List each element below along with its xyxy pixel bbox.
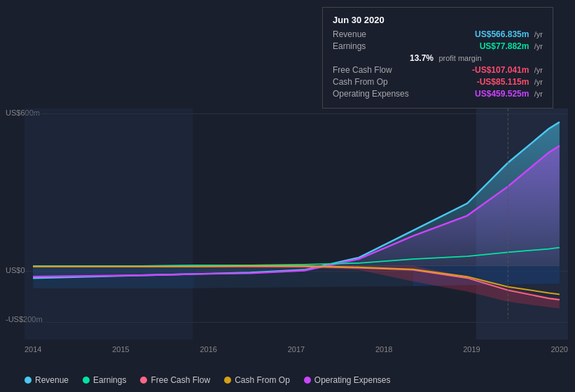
tooltip-cashfromop-row: Cash From Op -US$85.115m /yr	[333, 77, 543, 87]
legend-dot-opexpenses	[304, 377, 311, 384]
earnings-unit: /yr	[534, 42, 543, 50]
x-label-2017: 2017	[288, 345, 305, 354]
tooltip-revenue-row: Revenue US$566.835m /yr	[333, 29, 543, 39]
profit-margin-row: 13.7% profit margin	[410, 53, 543, 63]
legend-dot-cashfromop	[224, 377, 231, 384]
legend-item-opexpenses[interactable]: Operating Expenses	[304, 375, 391, 385]
earnings-value: US$77.882m	[480, 41, 529, 51]
legend-dot-earnings	[83, 377, 90, 384]
free-cash-value: -US$107.041m	[472, 65, 529, 75]
cash-from-op-unit: /yr	[534, 78, 543, 86]
chart-container: Jun 30 2020 Revenue US$566.835m /yr Earn…	[0, 0, 575, 392]
x-label-2016: 2016	[200, 345, 217, 354]
cash-from-op-value: -US$85.115m	[477, 77, 529, 87]
x-label-2018: 2018	[375, 345, 392, 354]
legend-item-earnings[interactable]: Earnings	[83, 375, 126, 385]
legend-item-revenue[interactable]: Revenue	[25, 375, 69, 385]
y-axis-middle: US$0	[6, 266, 25, 274]
legend-label-opexpenses: Operating Expenses	[314, 375, 391, 385]
tooltip-freecash-row: Free Cash Flow -US$107.041m /yr	[333, 65, 543, 75]
free-cash-label: Free Cash Flow	[333, 65, 410, 75]
tooltip-opexpenses-row: Operating Expenses US$459.525m /yr	[333, 89, 543, 99]
x-label-2014: 2014	[25, 345, 41, 354]
legend-label-revenue: Revenue	[35, 375, 69, 385]
earnings-label: Earnings	[333, 41, 410, 51]
revenue-unit: /yr	[534, 30, 543, 38]
op-expenses-label: Operating Expenses	[333, 89, 410, 99]
cash-from-op-label: Cash From Op	[333, 77, 410, 87]
legend-label-earnings: Earnings	[93, 375, 126, 385]
profit-margin-label: profit margin	[438, 54, 481, 62]
chart-svg	[25, 108, 568, 326]
revenue-label: Revenue	[333, 29, 410, 39]
x-label-2019: 2019	[463, 345, 480, 354]
op-expenses-value: US$459.525m	[475, 89, 529, 99]
free-cash-unit: /yr	[534, 66, 543, 74]
x-label-2015: 2015	[112, 345, 129, 354]
tooltip-earnings-row: Earnings US$77.882m /yr	[333, 41, 543, 51]
legend-dot-freecash	[140, 377, 147, 384]
chart-legend: Revenue Earnings Free Cash Flow Cash Fro…	[25, 375, 391, 385]
tooltip-date: Jun 30 2020	[333, 15, 543, 25]
revenue-value: US$566.835m	[475, 29, 529, 39]
op-expenses-unit: /yr	[534, 90, 543, 98]
legend-label-freecash: Free Cash Flow	[151, 375, 210, 385]
legend-dot-revenue	[25, 377, 32, 384]
legend-item-freecash[interactable]: Free Cash Flow	[140, 375, 210, 385]
x-axis: 2014 2015 2016 2017 2018 2019 2020	[25, 345, 568, 354]
legend-label-cashfromop: Cash From Op	[235, 375, 290, 385]
profit-margin-value: 13.7%	[410, 53, 434, 63]
legend-item-cashfromop[interactable]: Cash From Op	[224, 375, 290, 385]
x-label-2020: 2020	[551, 345, 568, 354]
tooltip-box: Jun 30 2020 Revenue US$566.835m /yr Earn…	[322, 7, 553, 108]
